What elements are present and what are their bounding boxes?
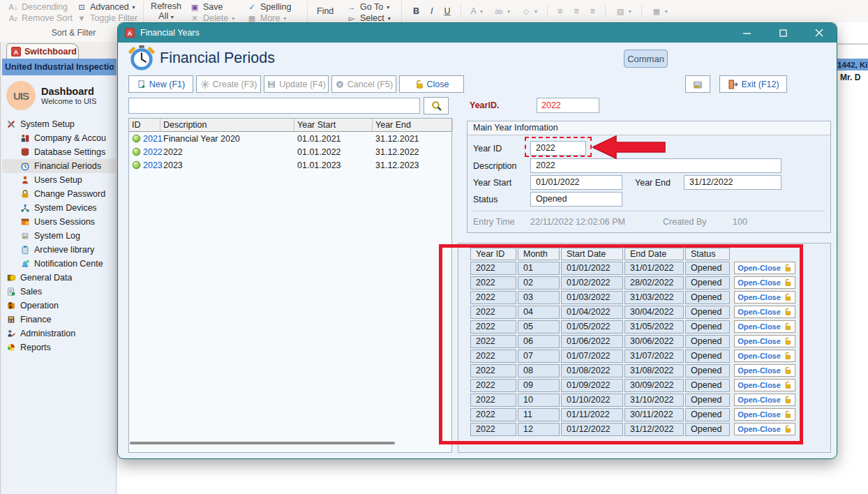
italic-button[interactable]: I [429, 6, 434, 17]
year-id-cell[interactable]: 2022 [470, 291, 516, 304]
start-date-cell[interactable]: 01/08/2022 [561, 364, 623, 377]
sidebar-item-system-devices[interactable]: System Devices [2, 201, 116, 215]
status-cell[interactable]: Opened [685, 335, 730, 348]
open-close-button[interactable]: Open-Close [734, 276, 795, 289]
status-cell[interactable]: Opened [685, 262, 730, 275]
ribbon-goto-button[interactable]: →Go To▾ [345, 1, 392, 13]
status-cell[interactable]: Opened [685, 276, 730, 290]
status-cell[interactable]: Opened [685, 320, 730, 334]
year-id-cell[interactable]: 2022 [470, 350, 516, 363]
month-cell[interactable]: 04 [518, 306, 560, 319]
sidebar-item-financial-periods[interactable]: Financial Periods [2, 159, 116, 173]
month-cell[interactable]: 09 [518, 379, 560, 392]
end-date-cell[interactable]: 31/07/2022 [624, 350, 684, 363]
month-cell[interactable]: 03 [518, 291, 560, 304]
ribbon-advanced-button[interactable]: ⊡Advanced▾ [75, 1, 139, 13]
years-column-header[interactable]: Description [160, 119, 294, 131]
start-date-cell[interactable]: 01/05/2022 [561, 320, 623, 334]
year-id-cell[interactable]: 2022 [470, 262, 516, 275]
sidebar-item-system-setup[interactable]: System Setup [2, 117, 116, 131]
periods-column-header[interactable]: Start Date [561, 248, 623, 260]
search-button[interactable] [424, 97, 449, 114]
month-cell[interactable]: 10 [518, 394, 560, 407]
start-date-cell[interactable]: 01/03/2022 [561, 291, 623, 304]
status-cell[interactable]: Opened [685, 291, 730, 304]
open-close-button[interactable]: Open-Close [734, 335, 795, 347]
sidebar-item-users-sessions[interactable]: Users Sessions [2, 215, 116, 229]
sidebar-item-change-password[interactable]: Change Password [2, 187, 116, 201]
year-id-cell[interactable]: 2022 [470, 423, 516, 436]
status-cell[interactable]: Opened [685, 350, 730, 363]
year-id-cell[interactable]: 2022 [470, 320, 516, 334]
month-cell[interactable]: 11 [518, 408, 560, 421]
end-date-cell[interactable]: 30/09/2022 [624, 379, 684, 392]
start-date-cell[interactable]: 01/10/2022 [561, 394, 623, 407]
bold-button[interactable]: B [412, 6, 421, 17]
status-cell[interactable]: Opened [685, 364, 730, 377]
periods-column-header[interactable]: End Date [624, 248, 684, 260]
year-id-cell[interactable]: 2022 [470, 408, 516, 421]
periods-column-header[interactable]: Year ID [470, 248, 516, 260]
yearid-field[interactable] [537, 98, 599, 113]
search-input[interactable] [128, 98, 420, 114]
year-end-field[interactable]: 31/12/2022 [684, 175, 781, 190]
end-date-cell[interactable]: 30/04/2022 [624, 306, 684, 319]
underline-button[interactable]: U [443, 6, 452, 17]
close-form-button[interactable]: Close [399, 75, 464, 93]
tab-switchboard[interactable]: A Switchboard [6, 43, 79, 59]
end-date-cell[interactable]: 30/11/2022 [624, 408, 684, 421]
sidebar-item-reports[interactable]: Reports [2, 340, 116, 354]
year-id-cell[interactable]: 2022 [470, 306, 516, 319]
year-id-cell[interactable]: 2022 [470, 379, 516, 392]
sidebar-item-system-log[interactable]: System Log [2, 229, 116, 243]
sidebar-item-administration[interactable]: Administration [2, 327, 116, 340]
status-cell[interactable]: Opened [685, 423, 730, 436]
start-date-cell[interactable]: 01/04/2022 [561, 306, 623, 319]
years-column-header[interactable]: Year End [373, 119, 453, 131]
years-row-2023[interactable]: 2023202301.01.202331.12.2023 [129, 158, 451, 172]
maximize-button[interactable] [775, 26, 791, 40]
month-cell[interactable]: 02 [518, 276, 560, 290]
ribbon-save-button[interactable]: ▣Save [188, 1, 236, 13]
sidebar-item-users-setup[interactable]: Users Setup [2, 173, 116, 187]
open-close-button[interactable]: Open-Close [734, 423, 795, 435]
years-row-2022[interactable]: 2022202201.01.202231.12.2022 [129, 145, 451, 158]
open-close-button[interactable]: Open-Close [734, 320, 795, 333]
end-date-cell[interactable]: 31/05/2022 [624, 320, 684, 334]
start-date-cell[interactable]: 01/07/2022 [561, 350, 623, 363]
year-id-cell[interactable]: 2022 [470, 335, 516, 348]
open-close-button[interactable]: Open-Close [734, 306, 795, 318]
month-cell[interactable]: 08 [518, 364, 560, 377]
open-close-button[interactable]: Open-Close [734, 379, 795, 391]
open-close-button[interactable]: Open-Close [734, 408, 795, 421]
sidebar-item-sales[interactable]: Sales [2, 285, 116, 299]
ribbon-spelling-button[interactable]: ✓Spelling [246, 1, 292, 13]
month-cell[interactable]: 06 [518, 335, 560, 348]
open-close-button[interactable]: Open-Close [734, 364, 795, 377]
end-date-cell[interactable]: 31/03/2022 [624, 291, 684, 304]
open-close-button[interactable]: Open-Close [734, 291, 795, 304]
year-id-cell[interactable]: 2022 [470, 364, 516, 377]
status-cell[interactable]: Opened [685, 379, 730, 392]
start-date-cell[interactable]: 01/01/2022 [561, 262, 623, 275]
sidebar-item-operation[interactable]: Operation [2, 299, 116, 313]
end-date-cell[interactable]: 28/02/2022 [624, 276, 684, 290]
comman-button[interactable]: Comman [624, 50, 668, 68]
window-titlebar[interactable]: A Financial Years [118, 23, 837, 43]
month-cell[interactable]: 12 [518, 423, 560, 436]
end-date-cell[interactable]: 31/01/2022 [624, 262, 684, 275]
open-close-button[interactable]: Open-Close [734, 350, 795, 362]
minimize-button[interactable] [739, 26, 754, 40]
ribbon-refresh-all-button[interactable]: Refresh All ▾ [148, 1, 184, 22]
new-button[interactable]: New (F1) [128, 75, 193, 93]
open-close-button[interactable]: Open-Close [734, 394, 795, 406]
start-date-cell[interactable]: 01/06/2022 [561, 335, 623, 348]
start-date-cell[interactable]: 01/09/2022 [561, 379, 623, 392]
exit-button[interactable]: Exit (F12) [719, 75, 787, 93]
ribbon-find-button[interactable]: Find [315, 6, 335, 17]
description-field[interactable]: 2022 [530, 158, 781, 173]
end-date-cell[interactable]: 31/08/2022 [624, 364, 684, 377]
horizontal-scrollbar[interactable] [130, 442, 395, 444]
sidebar-item-database-settings[interactable]: Database Settings [2, 145, 116, 159]
month-cell[interactable]: 07 [518, 350, 560, 363]
